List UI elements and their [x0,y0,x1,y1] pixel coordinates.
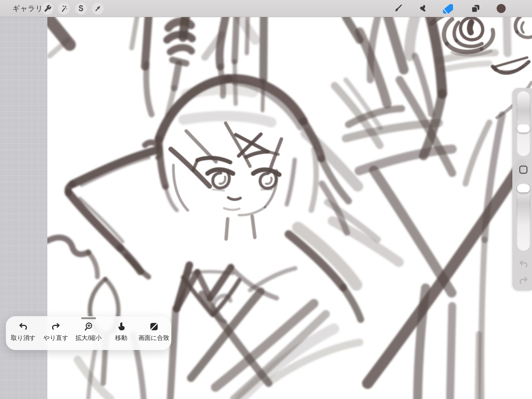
undo-icon [18,321,29,332]
fit-screen-label: 画面に合致 [139,334,169,342]
redo-button[interactable]: やり直す [40,321,72,349]
transform-button[interactable] [92,2,104,15]
brush-opacity-handle[interactable] [517,184,530,192]
undo-button[interactable]: 取り消す [7,321,40,349]
transform-arrow-icon [94,5,102,13]
redo-icon [518,276,529,285]
fit-screen-button[interactable]: 画面に合致 [138,321,170,349]
quick-navigation-bar: 取り消す やり直す [6,316,171,350]
redo-icon [50,321,61,332]
layers-icon [470,3,480,14]
drag-handle[interactable] [81,317,96,319]
zoom-button[interactable]: 拡大/縮小 [72,321,105,349]
brush-size-handle[interactable] [517,124,530,133]
undo-icon [518,260,529,269]
selection-s-icon [77,5,85,12]
sidebar-redo-button[interactable] [518,276,529,285]
move-label: 移動 [115,334,127,342]
smudge-icon [418,4,427,13]
magic-wand-icon [60,5,68,13]
brush-size-slider[interactable] [517,91,530,157]
erase-tool-button[interactable] [442,2,454,15]
move-hand-icon [116,321,127,332]
eraser-icon [443,3,453,14]
fit-screen-icon [148,321,160,332]
color-button[interactable] [495,2,508,15]
selection-button[interactable] [75,2,87,15]
sidebar-controls [512,88,532,291]
brush-icon [393,4,403,13]
zoom-label: 拡大/縮小 [76,334,102,342]
sidebar-undo-button[interactable] [518,260,529,269]
wrench-icon [44,5,52,13]
top-toolbar: ギャラリー [0,0,532,17]
brush-opacity-slider[interactable] [517,183,530,251]
undo-label: 取り消す [11,334,36,342]
procreate-window: ギャラリー [0,0,532,399]
zoom-magnifier-icon [83,321,94,332]
color-swatch [497,4,506,13]
layers-button[interactable] [469,2,482,15]
paint-tool-button[interactable] [392,2,404,15]
actions-button[interactable] [42,2,53,15]
smudge-tool-button[interactable] [416,2,429,15]
adjustments-button[interactable] [58,2,70,15]
move-button[interactable]: 移動 [105,321,138,349]
modify-button[interactable] [519,166,527,174]
redo-label: やり直す [43,334,68,342]
